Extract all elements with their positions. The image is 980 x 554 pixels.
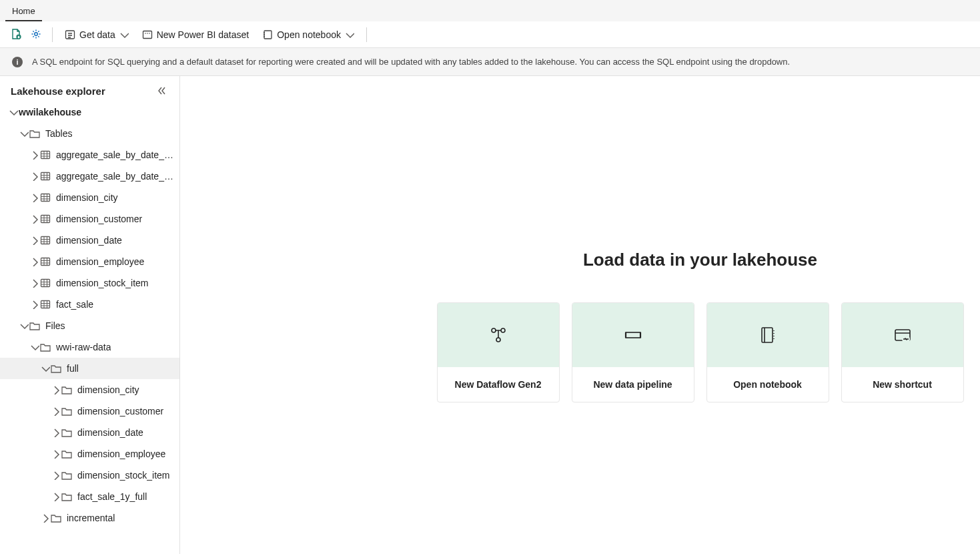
chevron-right-icon[interactable] — [51, 384, 61, 395]
tree-item-label: dimension_date — [77, 427, 143, 438]
table-icon — [40, 171, 51, 182]
tree-group-tables[interactable]: Tables — [0, 123, 179, 144]
chevron-right-icon[interactable] — [51, 449, 61, 459]
get-data-button[interactable]: Get data — [59, 27, 134, 43]
folder-icon — [29, 320, 40, 331]
tree-table-1[interactable]: aggregate_sale_by_date_em — [0, 166, 179, 187]
tree-item-label: Tables — [45, 128, 72, 139]
chevron-right-icon[interactable] — [29, 256, 40, 267]
tree-file-full-1[interactable]: dimension_customer — [0, 400, 179, 422]
tree-item-label: dimension_stock_item — [77, 470, 170, 481]
get-data-label: Get data — [79, 29, 115, 40]
chevron-down-icon — [119, 30, 129, 39]
tree-file-full-0[interactable]: dimension_city — [0, 379, 179, 400]
chevron-right-icon[interactable] — [29, 214, 40, 224]
settings-button[interactable] — [28, 26, 45, 43]
tree-item-label: dimension_city — [77, 384, 139, 395]
info-icon: i — [12, 57, 23, 67]
new-item-icon — [11, 29, 23, 41]
explorer-tree: wwilakehouseTablesaggregate_sale_by_date… — [0, 101, 179, 542]
chevron-right-icon[interactable] — [29, 192, 40, 203]
tree-folder-full[interactable]: full — [0, 358, 179, 379]
chevron-right-icon[interactable] — [51, 470, 61, 481]
tree-folder-incremental[interactable]: incremental — [0, 507, 179, 529]
tree-item-label: wwi-raw-data — [56, 342, 111, 352]
tree-item-label: aggregate_sale_by_date_em — [56, 171, 177, 182]
card-icon-area — [572, 303, 694, 367]
chevron-down-icon[interactable] — [40, 363, 51, 374]
tree-file-full-2[interactable]: dimension_date — [0, 422, 179, 443]
info-text: A SQL endpoint for SQL querying and a de… — [32, 57, 790, 67]
tree-table-6[interactable]: dimension_stock_item — [0, 272, 179, 294]
card-label: Open notebook — [707, 367, 829, 402]
new-dataset-label: New Power BI dataset — [157, 29, 250, 40]
card-icon — [759, 326, 777, 344]
tree-table-7[interactable]: fact_sale — [0, 294, 179, 315]
chevron-right-icon[interactable] — [51, 491, 61, 502]
gear-icon — [31, 29, 43, 41]
collapse-sidebar-button[interactable] — [155, 84, 169, 97]
toolbar-separator — [366, 27, 367, 42]
folder-icon — [40, 342, 51, 352]
toolbar: Get data New Power BI dataset Open noteb… — [0, 21, 980, 48]
action-card-3[interactable]: New shortcut — [841, 302, 964, 402]
chevron-right-icon[interactable] — [29, 235, 40, 246]
tree-table-3[interactable]: dimension_customer — [0, 208, 179, 230]
tree-file-full-3[interactable]: dimension_employee — [0, 443, 179, 465]
tree-table-0[interactable]: aggregate_sale_by_date_city — [0, 144, 179, 166]
card-icon-area — [842, 303, 963, 367]
tree-root[interactable]: wwilakehouse — [0, 101, 179, 123]
table-icon — [40, 278, 51, 288]
tree-item-label: fact_sale_1y_full — [77, 491, 147, 502]
tree-table-2[interactable]: dimension_city — [0, 187, 179, 208]
action-card-2[interactable]: Open notebook — [706, 302, 829, 402]
table-icon — [40, 235, 51, 246]
folder-icon — [51, 513, 61, 523]
chevron-right-icon[interactable] — [29, 171, 40, 182]
card-icon — [624, 326, 642, 344]
new-dataset-button[interactable]: New Power BI dataset — [137, 27, 255, 43]
card-label: New shortcut — [842, 367, 963, 402]
toolbar-separator — [52, 27, 53, 42]
tree-table-4[interactable]: dimension_date — [0, 230, 179, 251]
card-label: New Dataflow Gen2 — [438, 367, 559, 402]
tree-item-label: dimension_employee — [77, 449, 165, 459]
folder-icon — [61, 491, 72, 502]
tree-file-full-5[interactable]: fact_sale_1y_full — [0, 486, 179, 507]
tree-item-label: dimension_city — [56, 192, 118, 203]
load-data-title: Load data in your lakehouse — [583, 250, 817, 270]
tree-item-label: full — [67, 363, 79, 374]
chevron-right-icon[interactable] — [29, 278, 40, 288]
load-data-panel: Load data in your lakehouse New Dataflow… — [434, 250, 967, 402]
tab-home-label: Home — [12, 6, 35, 16]
tree-group-files[interactable]: Files — [0, 315, 179, 336]
content-area: Load data in your lakehouse New Dataflow… — [180, 76, 980, 554]
chevron-down-icon[interactable] — [19, 128, 29, 139]
lakehouse-explorer-sidebar: Lakehouse explorer wwilakehouseTablesagg… — [0, 76, 180, 554]
tab-home[interactable]: Home — [5, 2, 42, 21]
chevron-right-icon[interactable] — [29, 150, 40, 160]
get-data-icon — [65, 29, 75, 40]
chevron-down-icon[interactable] — [29, 342, 40, 352]
chevron-right-icon[interactable] — [51, 406, 61, 417]
card-icon — [490, 326, 507, 344]
folder-icon — [61, 406, 72, 417]
chevron-right-icon[interactable] — [51, 427, 61, 438]
folder-icon — [51, 363, 61, 374]
new-item-button[interactable] — [8, 26, 25, 43]
dataset-icon — [142, 29, 153, 40]
folder-icon — [61, 449, 72, 459]
tree-table-5[interactable]: dimension_employee — [0, 251, 179, 272]
chevron-down-icon[interactable] — [19, 320, 29, 331]
chevron-right-icon[interactable] — [29, 299, 40, 310]
open-notebook-button[interactable]: Open notebook — [257, 27, 360, 43]
tree-item-label: fact_sale — [56, 299, 93, 310]
tree-file-full-4[interactable]: dimension_stock_item — [0, 465, 179, 486]
chevron-right-icon[interactable] — [40, 513, 51, 523]
tree-folder-wwi-raw-data[interactable]: wwi-raw-data — [0, 336, 179, 358]
table-icon — [40, 150, 51, 160]
chevron-down-icon[interactable] — [8, 107, 19, 117]
action-card-0[interactable]: New Dataflow Gen2 — [437, 302, 560, 402]
notebook-icon — [262, 29, 273, 40]
action-card-1[interactable]: New data pipeline — [572, 302, 694, 402]
